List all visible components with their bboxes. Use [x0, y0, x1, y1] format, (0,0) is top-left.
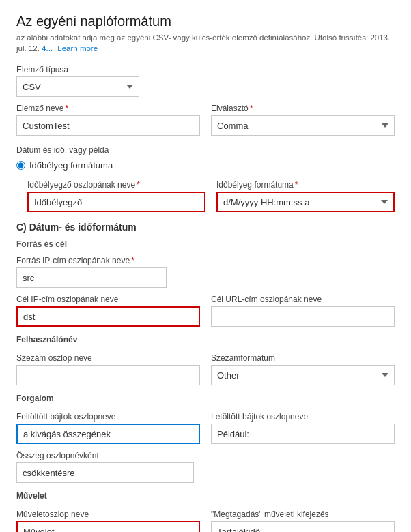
- op-col-input[interactable]: [16, 521, 200, 532]
- account-format-select[interactable]: Other: [211, 365, 395, 385]
- op-col-label: Műveletoszlop neve: [16, 509, 200, 519]
- datetime-label: Dátum és idő, vagy példa: [16, 145, 395, 155]
- separator-label: Elválasztó*: [211, 104, 395, 113]
- account-col-label: Szezám oszlop neve: [16, 353, 200, 363]
- operation-row: Műveletoszlop neve "Megtagadás" műveleti…: [16, 503, 395, 532]
- timestamp-col-input[interactable]: [27, 192, 206, 212]
- timestamp-col-name-col: Időbélyegző oszlopának neve*: [27, 173, 206, 212]
- timestamp-radio-row: Időbélyeg formátuma: [16, 160, 395, 171]
- timestamp-format-col: Időbélyeg formátuma* d/M/yyyy HH:mm:ss a: [216, 173, 395, 212]
- dst-ip-input[interactable]: [16, 306, 200, 327]
- src-ip-section: Forrás IP-cím oszlopának neve*: [16, 256, 167, 288]
- op-col-name-col: Műveletoszlop neve: [16, 503, 200, 532]
- element-name-col: Elemző neve*: [16, 97, 200, 136]
- timestamp-format-label: Időbélyeg formátuma*: [216, 180, 395, 190]
- timestamp-format-select[interactable]: d/M/yyyy HH:mm:ss a: [216, 192, 395, 212]
- element-type-select-wrapper: CSV: [16, 76, 139, 97]
- username-row: Szezám oszlop neve Szezámformátum Other: [16, 346, 395, 385]
- total-input[interactable]: [16, 462, 194, 483]
- timestamp-fields-row: Időbélyegző oszlopának neve* Időbélyeg f…: [27, 173, 395, 212]
- username-section-label: Felhasználónév: [16, 335, 395, 344]
- name-separator-row: Elemző neve* Elválasztó* Comma: [16, 97, 395, 136]
- dst-ip-label: Cél IP-cím oszlopának neve: [16, 295, 200, 304]
- traffic-row1: Feltöltött bájtok oszlopneve Letöltött b…: [16, 405, 395, 444]
- deny-input[interactable]: [211, 521, 395, 532]
- download-input[interactable]: [211, 424, 395, 444]
- download-col: Letöltött bájtok oszlopneve: [211, 405, 395, 444]
- separator-select[interactable]: Comma: [211, 115, 395, 136]
- deny-col: "Megtagadás" műveleti kifejezés: [211, 503, 395, 532]
- element-type-section: Elemző típusa CSV: [16, 65, 395, 97]
- src-ip-label: Forrás IP-cím oszlopának neve*: [16, 256, 167, 265]
- dst-url-input[interactable]: [211, 306, 395, 327]
- total-label: Összeg oszlopnévként: [16, 451, 194, 460]
- timestamp-col-label: Időbélyegző oszlopának neve*: [27, 180, 206, 190]
- traffic-section-label: Forgalom: [16, 394, 395, 403]
- dst-ip-col: Cél IP-cím oszlopának neve: [16, 288, 200, 327]
- account-format-col: Szezámformátum Other: [211, 346, 395, 385]
- upload-col: Feltöltött bájtok oszlopneve: [16, 405, 200, 444]
- src-ip-input[interactable]: [16, 267, 167, 288]
- dst-url-col: Cél URL-cím oszlopának neve: [211, 288, 395, 327]
- account-col-name-col: Szezám oszlop neve: [16, 346, 200, 385]
- total-section: Összeg oszlopnévként: [16, 451, 194, 483]
- timestamp-radio-label: Időbélyeg formátuma: [29, 160, 113, 171]
- learn-more-link[interactable]: Learn more: [57, 44, 98, 53]
- account-format-label: Szezámformátum: [211, 353, 395, 363]
- page-subtitle: az alábbi adatokat adja meg az egyéni CS…: [16, 32, 395, 54]
- source-dest-heading: Forrás és cél: [16, 239, 395, 249]
- element-name-label: Elemző neve*: [16, 104, 200, 113]
- dst-row: Cél IP-cím oszlopának neve Cél URL-cím o…: [16, 288, 395, 327]
- upload-label: Feltöltött bájtok oszlopneve: [16, 412, 200, 422]
- timestamp-radio[interactable]: [16, 161, 25, 170]
- operation-section-label: Művelet: [16, 491, 395, 501]
- upload-input[interactable]: [16, 424, 200, 444]
- element-type-label: Elemző típusa: [16, 65, 395, 74]
- section-c-heading: C) Dátum- és időformátum: [16, 222, 395, 233]
- element-type-select[interactable]: CSV: [16, 76, 139, 97]
- separator-col: Elválasztó* Comma: [211, 97, 395, 136]
- deny-label: "Megtagadás" műveleti kifejezés: [211, 509, 395, 519]
- account-col-input[interactable]: [16, 365, 200, 385]
- download-label: Letöltött bájtok oszlopneve: [211, 412, 395, 422]
- element-name-input[interactable]: [16, 115, 200, 136]
- dst-url-label: Cél URL-cím oszlopának neve: [211, 295, 395, 304]
- page-title: Az egyéni naplóformátum: [16, 14, 395, 29]
